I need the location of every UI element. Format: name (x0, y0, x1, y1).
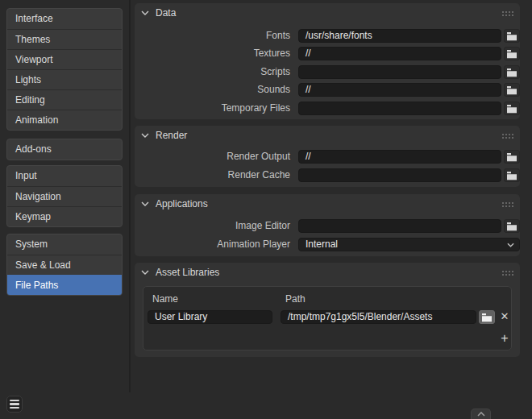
sidebar-item-save-load[interactable]: Save & Load (7, 255, 122, 275)
asset-libraries-box: Name Path User Library /tmp/tmp7g1gx5l5/… (143, 286, 512, 351)
sidebar-item-system[interactable]: System (7, 234, 122, 255)
panel-asset-libraries: Asset Libraries Name Path User Library /… (135, 263, 520, 357)
folder-icon (506, 152, 517, 162)
animation-player-value: Internal (305, 239, 338, 250)
textures-label: Textures (143, 47, 290, 60)
fonts-label: Fonts (143, 29, 290, 43)
animation-player-dropdown[interactable]: Internal (298, 238, 520, 251)
row-fonts: Fonts /usr/share/fonts (143, 29, 512, 43)
panel-render-header[interactable]: Render (135, 126, 520, 145)
row-temporary-files: Temporary Files (143, 102, 512, 115)
close-icon: ✕ (501, 310, 509, 322)
name-column-header: Name (152, 293, 178, 305)
sidebar-item-navigation[interactable]: Navigation (7, 186, 122, 206)
library-name-field[interactable]: User Library (148, 310, 272, 324)
panel-title: Applications (156, 198, 208, 210)
folder-icon (506, 104, 517, 114)
panel-applications: Applications Image Editor Animation Play… (135, 194, 520, 256)
plus-icon: + (501, 331, 508, 345)
scripts-path-field[interactable] (298, 65, 501, 79)
temporary-files-label: Temporary Files (143, 102, 290, 115)
grip-dots[interactable] (501, 270, 513, 276)
panel-title: Render (156, 130, 187, 141)
grip-dots[interactable] (501, 133, 513, 139)
textures-browse-button[interactable] (504, 47, 520, 60)
temporary-files-browse-button[interactable] (504, 102, 520, 115)
sidebar-group-input: Input Navigation Keymap (6, 165, 123, 227)
chevron-down-icon (141, 270, 149, 275)
row-textures: Textures // (143, 47, 512, 60)
render-output-field[interactable]: // (298, 150, 501, 164)
render-output-label: Render Output (143, 150, 290, 164)
sidebar-item-lights[interactable]: Lights (7, 69, 122, 89)
folder-icon (506, 85, 517, 95)
add-library-button[interactable]: + (497, 332, 513, 346)
sidebar-group-addons: Add-ons (6, 139, 123, 160)
panel-title: Data (156, 7, 176, 19)
folder-icon (506, 222, 517, 231)
row-animation-player: Animation Player Internal (143, 238, 512, 251)
panel-title: Asset Libraries (156, 267, 219, 278)
fonts-browse-button[interactable] (504, 29, 520, 43)
sidebar-item-viewport[interactable]: Viewport (7, 49, 122, 69)
image-editor-browse-button[interactable] (504, 219, 520, 233)
sidebar-item-animation[interactable]: Animation (7, 110, 122, 130)
row-render-cache: Render Cache (143, 168, 512, 182)
path-column-header: Path (285, 293, 305, 305)
scripts-browse-button[interactable] (504, 65, 520, 79)
textures-path-field[interactable]: // (298, 47, 501, 60)
sidebar-item-editing[interactable]: Editing (7, 89, 122, 110)
panel-render: Render Render Output // Render Cache (135, 126, 520, 187)
image-editor-label: Image Editor (143, 219, 290, 233)
animation-player-label: Animation Player (143, 238, 290, 251)
row-sounds: Sounds // (143, 83, 512, 97)
row-render-output: Render Output // (143, 150, 512, 164)
sounds-path-field[interactable]: // (298, 83, 501, 97)
folder-icon (506, 49, 517, 59)
fonts-path-field[interactable]: /usr/share/fonts (298, 29, 501, 43)
scripts-label: Scripts (143, 65, 290, 79)
chevron-down-icon (507, 243, 514, 247)
sidebar-group-system: System Save & Load File Paths (6, 234, 123, 296)
render-cache-browse-button[interactable] (504, 168, 520, 182)
sidebar-item-themes[interactable]: Themes (7, 29, 122, 49)
preferences-menu-button[interactable] (6, 396, 23, 413)
folder-icon (506, 68, 517, 77)
sidebar-item-input[interactable]: Input (7, 166, 122, 186)
sidebar-item-keymap[interactable]: Keymap (7, 206, 122, 226)
row-scripts: Scripts (143, 65, 512, 79)
chevron-up-icon (477, 412, 485, 417)
sidebar-group-general: Interface Themes Viewport Lights Editing… (6, 8, 123, 131)
panel-asset-libraries-header[interactable]: Asset Libraries (135, 263, 520, 282)
folder-icon (506, 171, 517, 180)
sidebar-item-interface[interactable]: Interface (7, 9, 122, 29)
chevron-down-icon (141, 133, 149, 138)
render-output-browse-button[interactable] (504, 150, 520, 164)
grip-dots[interactable] (501, 10, 513, 16)
sidebar-item-addons[interactable]: Add-ons (7, 139, 122, 160)
remove-library-button[interactable]: ✕ (497, 310, 513, 324)
render-cache-field[interactable] (298, 168, 501, 182)
panel-data: Data Fonts /usr/share/fonts Textures // … (135, 3, 520, 119)
chevron-down-icon (141, 201, 149, 206)
chevron-down-icon (141, 10, 149, 15)
folder-icon (506, 31, 517, 41)
temporary-files-path-field[interactable] (298, 102, 501, 115)
folder-icon (481, 313, 493, 322)
image-editor-field[interactable] (298, 219, 501, 233)
panel-data-header[interactable]: Data (135, 3, 520, 23)
render-cache-label: Render Cache (143, 168, 290, 182)
panel-applications-header[interactable]: Applications (135, 194, 520, 214)
library-path-browse-button[interactable] (479, 310, 495, 324)
sounds-browse-button[interactable] (504, 83, 520, 97)
scroll-up-button[interactable] (471, 409, 491, 419)
region-divider[interactable] (129, 0, 131, 392)
grip-dots[interactable] (501, 201, 513, 207)
sounds-label: Sounds (143, 83, 290, 97)
sidebar-item-file-paths[interactable]: File Paths (7, 275, 122, 295)
row-image-editor: Image Editor (143, 219, 512, 233)
library-path-field[interactable]: /tmp/tmp7g1gx5l5/Blender/Assets (281, 310, 476, 324)
